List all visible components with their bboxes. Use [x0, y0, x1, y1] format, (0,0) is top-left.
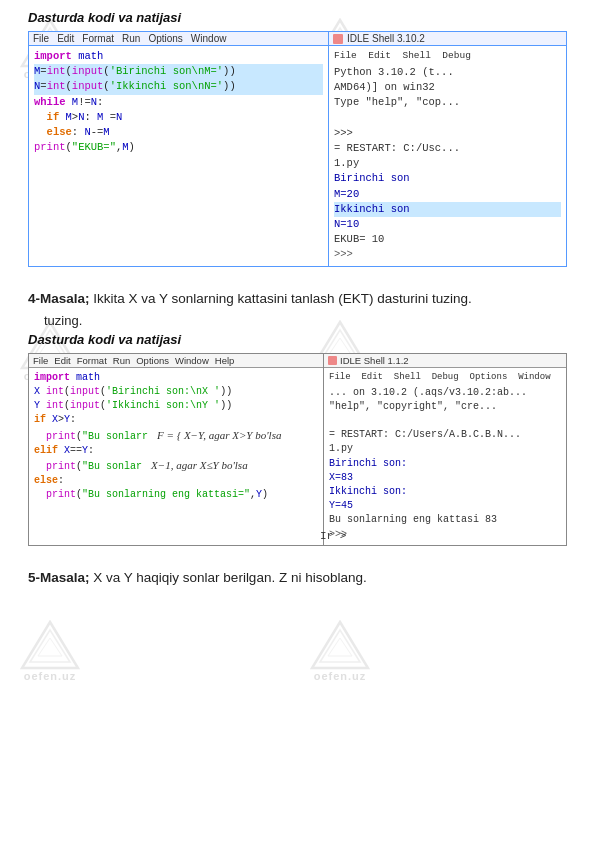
- section1-title: Dasturda kodi va natijasi: [28, 10, 567, 25]
- ide1-left: File Edit Format Run Options Window impo…: [29, 32, 329, 266]
- ide1-output-area: File Edit Shell Debug Python 3.10.2 (t..…: [329, 46, 566, 266]
- out1-menubar: File Edit Shell Debug: [334, 49, 561, 63]
- out2-line2: "help", "copyright", "cre...: [329, 400, 561, 414]
- out2-menu-window[interactable]: Window: [518, 372, 550, 382]
- out2-line8: Ikkinchi son:: [329, 485, 561, 499]
- svg-marker-13: [30, 630, 70, 662]
- task5-heading: 5-Masala; X va Y haqiqiy sonlar berilgan…: [28, 568, 567, 588]
- code2-line1: import math: [34, 371, 318, 385]
- code2-line6: elif X==Y:: [34, 444, 318, 458]
- code-line-7: print("EKUB=",M): [34, 140, 323, 155]
- out2-menu-shell[interactable]: Shell: [394, 372, 421, 382]
- code-line-1: import math: [34, 49, 323, 64]
- watermark-6: oefen.uz: [310, 620, 370, 682]
- svg-marker-12: [22, 622, 78, 668]
- code2-line3: Y int(input('Ikkinchi son:\nY ')): [34, 399, 318, 413]
- code2-line9: print("Bu sonlarning eng kattasi=",Y): [34, 488, 318, 502]
- ide1-container: File Edit Format Run Options Window impo…: [28, 31, 567, 267]
- task5-bold: 5-Masala;: [28, 570, 90, 585]
- menu-format1[interactable]: Format: [82, 33, 114, 44]
- out1-line1: Python 3.10.2 (t...: [334, 65, 561, 80]
- out2-line11: >>>: [329, 528, 561, 542]
- out2-menu-file[interactable]: File: [329, 372, 351, 382]
- menu-file1[interactable]: File: [33, 33, 49, 44]
- ide2-output-area: File Edit Shell Debug Options Window ...…: [324, 368, 566, 545]
- menu-options1[interactable]: Options: [148, 33, 182, 44]
- code-line-2: M=int(input('Birinchi son\nM=')): [34, 64, 323, 79]
- out2-line7: X=83: [329, 471, 561, 485]
- out1-line2: AMD64)] on win32: [334, 80, 561, 95]
- ide2-titlebar: IDLE Shell 1.1.2: [324, 354, 566, 368]
- task4-subtext-content: tuzing.: [44, 313, 82, 328]
- out2-menubar: File Edit Shell Debug Options Window: [329, 371, 561, 384]
- out1-menu-shell[interactable]: Shell: [402, 50, 431, 61]
- out1-menu-file[interactable]: File: [334, 50, 357, 61]
- out2-menu-debug[interactable]: Debug: [432, 372, 459, 382]
- out1-line6: = RESTART: C:/Usc...: [334, 141, 561, 156]
- out2-line9: Y=45: [329, 499, 561, 513]
- code-line-6: else: N-=M: [34, 125, 323, 140]
- ide2-left: File Edit Format Run Options Window Help…: [29, 354, 324, 545]
- task4-heading: 4-Masala; Ikkita X va Y sonlarning katta…: [28, 289, 567, 309]
- out1-line3: Type "help", "cop...: [334, 95, 561, 110]
- menu2-file[interactable]: File: [33, 355, 48, 366]
- out1-menu-debug[interactable]: Debug: [442, 50, 471, 61]
- menu2-edit[interactable]: Edit: [54, 355, 70, 366]
- menu2-run[interactable]: Run: [113, 355, 130, 366]
- idle-title2: IDLE Shell 1.1.2: [340, 355, 409, 366]
- task4-desc: Ikkita X va Y sonlarning kattasini tanla…: [90, 291, 472, 306]
- out1-line10: Ikkinchi son: [334, 202, 561, 217]
- menu2-help[interactable]: Help: [215, 355, 235, 366]
- task4-subtext: tuzing.: [28, 313, 567, 328]
- out1-line7: 1.py: [334, 156, 561, 171]
- main-content: Dasturda kodi va natijasi File Edit Form…: [0, 0, 595, 612]
- menu-edit1[interactable]: Edit: [57, 33, 74, 44]
- out1-menu-edit[interactable]: Edit: [368, 50, 391, 61]
- task4-bold: 4-Masala;: [28, 291, 90, 306]
- out1-line12: EKUB= 10: [334, 232, 561, 247]
- idle-icon2: [328, 356, 337, 365]
- out2-menu-options[interactable]: Options: [470, 372, 508, 382]
- out1-line13: >>>: [334, 247, 561, 262]
- svg-marker-15: [312, 622, 368, 668]
- menu-window1[interactable]: Window: [191, 33, 227, 44]
- svg-marker-17: [328, 638, 352, 656]
- code2-line5: print("Bu sonlarr F = { X−Y, agar X>Y bo…: [34, 428, 318, 444]
- ide1-code-area: import math M=int(input('Birinchi son\nM…: [29, 46, 328, 166]
- code2-line2: X int(input('Birinchi son:\nX ')): [34, 385, 318, 399]
- ide1-menubar: File Edit Format Run Options Window: [29, 32, 328, 46]
- svg-marker-16: [320, 630, 360, 662]
- out1-line4: [334, 110, 561, 125]
- prompt-text: Ir >: [320, 530, 346, 542]
- ide2-menubar: File Edit Format Run Options Window Help: [29, 354, 323, 368]
- menu2-format[interactable]: Format: [77, 355, 107, 366]
- code2-line7: print("Bu sonlar X−1, agar X≤Y bo'lsa: [34, 458, 318, 474]
- out1-line9: M=20: [334, 187, 561, 202]
- ide1-titlebar: IDLE Shell 3.10.2: [329, 32, 566, 46]
- out2-menu-edit[interactable]: Edit: [361, 372, 383, 382]
- menu2-window[interactable]: Window: [175, 355, 209, 366]
- out2-line6: Birinchi son:: [329, 457, 561, 471]
- ide1-right: IDLE Shell 3.10.2 File Edit Shell Debug …: [329, 32, 566, 266]
- code-line-5: if M>N: M =N: [34, 110, 323, 125]
- svg-marker-14: [38, 638, 62, 656]
- out2-line5: 1.py: [329, 442, 561, 456]
- section2-title: Dasturda kodi va natijasi: [28, 332, 567, 347]
- out2-line1: ... on 3.10.2 (.aqs/v3.10.2:ab...: [329, 386, 561, 400]
- code-line-3: N=int(input('Ikkinchi son\nN=')): [34, 79, 323, 94]
- idle-icon1: [333, 34, 343, 44]
- out2-line3: [329, 414, 561, 428]
- ide2-code-area: import math X int(input('Birinchi son:\n…: [29, 368, 323, 506]
- out1-line8: Birinchi son: [334, 171, 561, 186]
- menu2-options[interactable]: Options: [136, 355, 169, 366]
- menu-run1[interactable]: Run: [122, 33, 140, 44]
- out2-line10: Bu sonlarning eng kattasi 83: [329, 513, 561, 527]
- task5-desc: X va Y haqiqiy sonlar berilgan. Z ni his…: [90, 570, 367, 585]
- out1-line11: N=10: [334, 217, 561, 232]
- code2-line8: else:: [34, 474, 318, 488]
- idle-title1: IDLE Shell 3.10.2: [347, 33, 425, 44]
- ide2-right: IDLE Shell 1.1.2 File Edit Shell Debug O…: [324, 354, 566, 545]
- code-line-4: while M!=N:: [34, 95, 323, 110]
- code2-line4: if X>Y:: [34, 413, 318, 427]
- out2-line4: = RESTART: C:/Users/A.B.C.B.N...: [329, 428, 561, 442]
